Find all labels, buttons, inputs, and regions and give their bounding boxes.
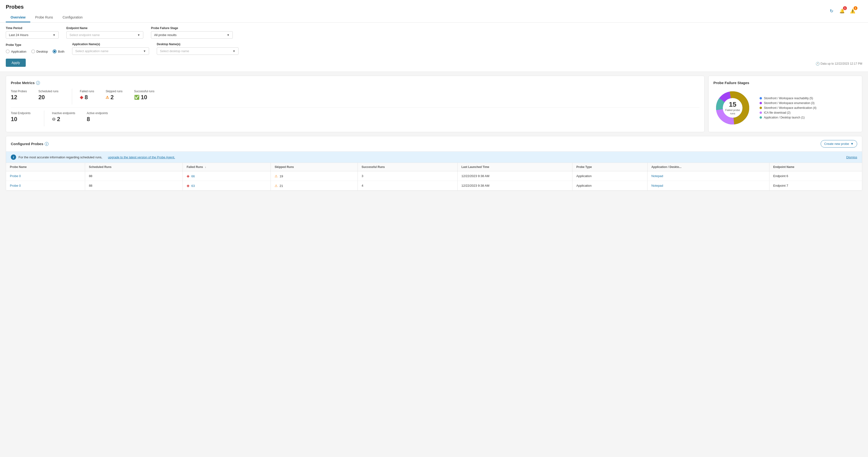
refresh-icon: ↻ [830,8,833,14]
cell-failed-runs-1: ◈ 63 [183,181,271,191]
time-period-chevron: ▼ [53,33,56,37]
time-period-group: Time Period Last 24 Hours ▼ [6,26,59,39]
warning-badge: 1 [854,6,858,10]
configured-probes-info-icon[interactable]: i [45,142,49,146]
endpoint-name-select[interactable]: Select endpoint name ▼ [66,31,143,39]
donut-label: 15 Failed probe runs [723,101,742,115]
total-endpoints-metric: Total Endpoints 10 [11,110,36,126]
cell-scheduled-runs-0: 88 [85,171,183,181]
time-period-value: Last 24 Hours [9,33,28,37]
app-names-label: Application Name(s) [72,42,149,46]
radio-application[interactable]: Application [6,50,26,53]
probe-type-label: Probe Type [6,43,64,46]
probe-failure-stage-select[interactable]: All probe results ▼ [151,31,233,39]
cell-last-launched-0: 12/22/2023 9:38 AM [457,171,572,181]
desktop-names-label: Desktop Name(s) [157,42,239,46]
active-endpoints-metric: Active endpoints 8 [87,110,114,126]
dismiss-button[interactable]: Dismiss [846,156,858,159]
metrics-top-section: Total Probes 12 Scheduled runs 20 Failed… [11,89,700,108]
info-banner-left: i For the most accurate information rega… [11,155,175,160]
probe-name-link-0[interactable]: Probe 0 [10,174,21,178]
notification-badge: 1 [843,6,847,10]
th-probe-name: Probe Name [6,163,85,171]
radio-desktop[interactable]: Desktop [31,50,48,53]
app-names-placeholder: Select application name [75,49,108,53]
successful-runs-label: Successful runs [134,90,155,93]
apply-button[interactable]: Apply [6,59,26,67]
cell-last-launched-1: 12/22/2023 9:38 AM [457,181,572,191]
probe-metrics-title: Probe Metrics i [11,81,700,85]
create-new-probe-button[interactable]: Create new probe ▼ [820,140,857,148]
filter-section: Time Period Last 24 Hours ▼ Endpoint Nam… [0,23,868,72]
tab-probe-runs[interactable]: Probe Runs [30,13,58,22]
tab-configuration[interactable]: Configuration [58,13,87,22]
app-desktop-link-1[interactable]: Notepad [651,184,663,187]
app-names-group: Application Name(s) Select application n… [72,42,149,55]
filter-row-1: Time Period Last 24 Hours ▼ Endpoint Nam… [6,26,862,39]
upgrade-link[interactable]: upgrade to the latest version of the Pro… [108,156,175,159]
failed-runs-link-0[interactable]: 66 [191,174,195,178]
cell-probe-type-1: Application [572,181,647,191]
app-names-select[interactable]: Select application name ▼ [72,47,149,55]
configured-probes-section: Configured Probes i Create new probe ▼ i… [6,136,862,191]
desktop-names-placeholder: Select desktop name [160,49,189,53]
legend-item-3: ICA file download (2) [760,111,816,115]
legend-label-3: ICA file download (2) [764,111,790,115]
donut-text: Failed probe runs [723,108,742,115]
cell-probe-name-1: Probe 0 [6,181,85,191]
endpoint-name-chevron: ▼ [137,33,140,37]
tab-overview[interactable]: Overview [6,13,30,22]
legend-label-1: Storefront / Workspace enumeration (3) [764,101,815,105]
desktop-names-select[interactable]: Select desktop name ▼ [157,47,239,55]
cell-successful-runs-0: 3 [358,171,457,181]
th-scheduled-runs: Scheduled Runs [85,163,183,171]
th-skipped-runs: Skipped Runs [271,163,358,171]
failed-icon-0: ◈ [187,174,189,178]
successful-runs-value: ✅ 10 [134,94,155,101]
failed-runs-metric: Failed runs ◈ 8 [80,89,100,104]
failed-runs-icon: ◈ [80,95,83,100]
radio-application-label: Application [11,50,26,53]
data-timestamp: 🕐 Data up to 12/22/2023 12:17 PM [815,62,862,66]
th-probe-type: Probe Type [572,163,647,171]
timestamp-text: Data up to 12/22/2023 12:17 PM [820,62,862,65]
failed-runs-link-1[interactable]: 63 [191,184,195,188]
inactive-icon: ⊖ [52,117,56,122]
configured-probes-title: Configured Probes i [11,142,49,146]
scheduled-runs-metric: Scheduled runs 20 [38,89,64,104]
inactive-endpoints-value: ⊖ 2 [52,116,75,123]
cell-skipped-runs-0: ⚠ 19 [271,171,358,181]
create-btn-chevron: ▼ [850,142,854,145]
time-period-select[interactable]: Last 24 Hours ▼ [6,31,59,39]
configured-probes-header: Configured Probes i Create new probe ▼ [6,136,862,152]
app-desktop-link-0[interactable]: Notepad [651,174,663,178]
endpoint-name-label: Endpoint Name [66,26,143,30]
probe-metrics-info-icon[interactable]: i [36,81,40,85]
desktop-names-chevron: ▼ [232,50,236,53]
failed-runs-sort-icon: ↓ [205,165,206,169]
total-probes-metric: Total Probes 12 [11,89,33,104]
app-names-chevron: ▼ [143,50,146,53]
skipped-icon-0: ⚠ [275,174,278,178]
legend-dot-0 [760,97,762,99]
endpoint-name-group: Endpoint Name Select endpoint name ▼ [66,26,143,39]
skipped-runs-icon: ⚠ [105,95,109,100]
refresh-button[interactable]: ↻ [828,7,835,15]
legend-label-2: Storefront / Workspace authentication (4… [764,106,816,109]
probe-name-link-1[interactable]: Probe 0 [10,184,21,187]
successful-runs-icon: ✅ [134,95,140,100]
th-failed-runs[interactable]: Failed Runs ↓ [183,163,271,171]
tabs: Overview Probe Runs Configuration [6,13,862,22]
page-header: Probes ↻ 🔔 1 ⚠️ 1 [0,0,868,23]
donut-number: 15 [723,101,742,108]
failure-stages-legend: Storefront / Workspace reachability (5) … [760,97,816,119]
inactive-endpoints-metric: Inactive endpoints ⊖ 2 [52,110,81,126]
probe-failure-stages-card: Probe Failure Stages [708,76,862,132]
legend-label-4: Application / Desktop launch (1) [764,116,805,119]
content-area: Probe Metrics i Total Probes 12 Schedule… [0,72,868,195]
radio-application-circle [6,50,10,53]
notification-btn-wrapper: 🔔 1 [838,7,846,15]
radio-both[interactable]: Both [53,50,64,53]
cell-app-desktop-1: Notepad [647,181,769,191]
cell-successful-runs-1: 4 [358,181,457,191]
